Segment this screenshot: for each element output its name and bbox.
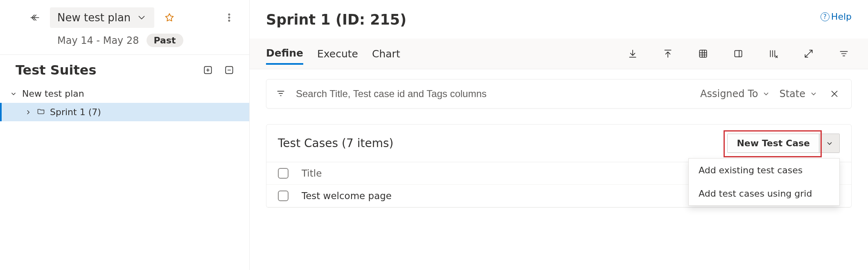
column-options-button[interactable] — [766, 46, 781, 61]
new-test-case-menu: Add existing test cases Add test cases u… — [688, 158, 840, 206]
side-panel-button[interactable] — [730, 46, 746, 61]
chevron-down-icon — [136, 12, 147, 23]
menu-add-grid[interactable]: Add test cases using grid — [689, 182, 839, 205]
plan-header: New test plan — [0, 7, 249, 28]
menu-add-existing[interactable]: Add existing test cases — [689, 159, 839, 182]
page-title: Sprint 1 (ID: 215) — [266, 11, 821, 28]
chevron-down-icon — [762, 90, 770, 98]
tree-child-label: Sprint 1 (7) — [50, 107, 101, 117]
tab-chart[interactable]: Chart — [372, 44, 400, 64]
minus-square-icon — [224, 65, 234, 75]
new-test-case-split-button: New Test Case — [727, 134, 840, 153]
new-test-case-dropdown[interactable] — [819, 134, 839, 152]
suites-heading: Test Suites — [16, 62, 194, 78]
row-checkbox[interactable] — [278, 191, 289, 201]
tree-root-label: New test plan — [22, 88, 84, 99]
chevron-down-icon — [825, 139, 834, 147]
plan-selector[interactable]: New test plan — [50, 7, 154, 28]
filter-lines-icon — [275, 88, 286, 100]
favorite-button[interactable] — [162, 10, 177, 25]
svg-rect-6 — [735, 50, 742, 57]
expand-icon — [803, 48, 814, 59]
kebab-icon — [224, 12, 234, 23]
plus-square-icon — [203, 65, 213, 75]
filter-state-label: State — [779, 88, 805, 100]
grid-icon — [698, 48, 708, 59]
test-cases-card: Test Cases (7 items) New Test Case Add e… — [266, 124, 852, 208]
close-icon — [829, 88, 840, 99]
folder-icon — [37, 107, 45, 117]
suites-tree: New test plan Sprint 1 (7) — [0, 82, 249, 124]
help-label: Help — [831, 11, 852, 22]
new-test-case-button[interactable]: New Test Case — [728, 134, 819, 152]
filter-assigned-to-label: Assigned To — [700, 88, 758, 100]
filter-icon — [839, 48, 849, 59]
panel-icon — [733, 48, 744, 59]
grid-view-button[interactable] — [695, 46, 711, 61]
plan-subheader: May 14 - May 28 Past — [0, 28, 249, 54]
command-bar: Define Execute Chart — [250, 39, 868, 69]
tree-root[interactable]: New test plan — [0, 84, 249, 103]
add-suite-button[interactable] — [200, 62, 216, 78]
clear-filters-button[interactable] — [827, 86, 842, 102]
svg-point-1 — [228, 17, 230, 18]
filter-state[interactable]: State — [779, 88, 818, 100]
suites-header: Test Suites — [0, 55, 249, 82]
more-actions-button[interactable] — [221, 10, 237, 25]
collapse-suite-button[interactable] — [221, 62, 237, 78]
chevron-down-icon — [809, 90, 818, 98]
chevron-right-icon — [25, 108, 32, 116]
help-icon: ? — [821, 12, 830, 21]
svg-rect-5 — [699, 50, 706, 57]
main-panel: Sprint 1 (ID: 215) ? Help Define Execute… — [250, 0, 868, 270]
fullscreen-button[interactable] — [801, 46, 816, 61]
filter-toggle-button[interactable] — [836, 46, 852, 61]
filter-assigned-to[interactable]: Assigned To — [700, 88, 770, 100]
tab-define[interactable]: Define — [266, 43, 303, 65]
upload-icon — [663, 48, 673, 59]
tree-child-selected[interactable]: Sprint 1 (7) — [0, 103, 249, 121]
columns-edit-icon — [768, 48, 779, 59]
sidebar: New test plan May 14 - May 28 Past Test … — [0, 0, 250, 270]
col-title[interactable]: Title — [298, 168, 696, 179]
plan-date-range: May 14 - May 28 — [57, 35, 139, 46]
plan-status-pill: Past — [147, 34, 183, 47]
filter-bar: Assigned To State — [266, 79, 852, 109]
svg-point-2 — [228, 20, 230, 21]
test-cases-title: Test Cases (7 items) — [278, 136, 727, 150]
star-icon — [164, 12, 175, 23]
chevron-down-icon — [10, 90, 17, 98]
help-link[interactable]: ? Help — [821, 11, 852, 22]
svg-point-0 — [228, 14, 230, 15]
tab-execute[interactable]: Execute — [317, 44, 358, 64]
export-button[interactable] — [625, 46, 640, 61]
plan-name: New test plan — [57, 11, 131, 24]
back-button[interactable] — [27, 10, 43, 25]
select-all-checkbox[interactable] — [278, 168, 289, 179]
download-icon — [627, 48, 638, 59]
import-button[interactable] — [660, 46, 676, 61]
search-input[interactable] — [295, 88, 691, 100]
row-title: Test welcome page — [298, 191, 696, 201]
